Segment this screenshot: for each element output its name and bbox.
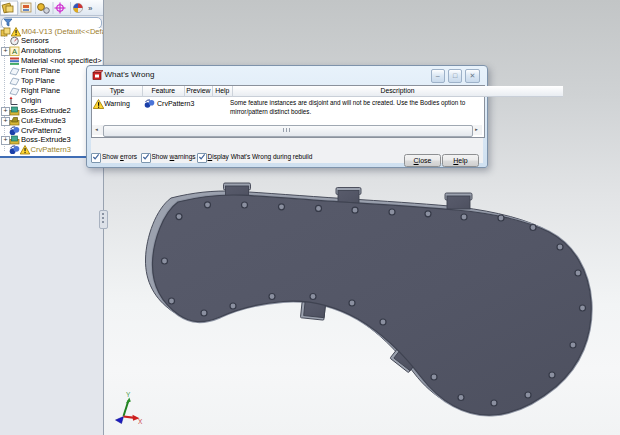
svg-text:Y: Y <box>126 391 131 398</box>
svg-text:A: A <box>12 47 17 56</box>
svg-text:X: X <box>138 418 143 425</box>
